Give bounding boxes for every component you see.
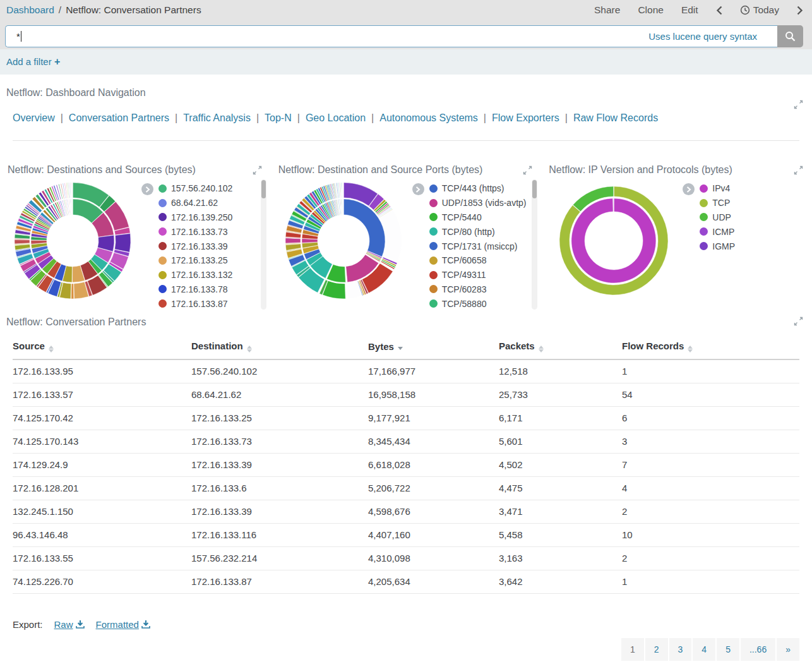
legend-expand-icon[interactable] — [412, 183, 424, 195]
table-cell: 25,733 — [499, 383, 622, 406]
legend-item[interactable]: 172.16.133.78 — [158, 282, 232, 297]
expand-panel-icon[interactable] — [794, 166, 803, 178]
legend-item[interactable]: TCP/80 (http) — [429, 224, 527, 239]
chart-title: Netflow: Destination and Source Ports (b… — [278, 163, 483, 177]
expand-panel-icon[interactable] — [794, 316, 803, 328]
legend-item[interactable]: 172.16.133.25 — [158, 253, 232, 268]
time-label: Today — [753, 4, 779, 16]
table-cell: 4,598,676 — [368, 500, 499, 523]
legend-item[interactable]: 172.16.133.87 — [158, 296, 232, 311]
breadcrumb-separator: / — [59, 4, 61, 16]
legend-expand-icon[interactable] — [683, 183, 695, 195]
legend-item[interactable]: UDP — [700, 210, 735, 225]
sort-asc-icon — [688, 346, 693, 349]
scrollbar-thumb[interactable] — [532, 180, 537, 198]
lucene-syntax-link[interactable]: Uses lucene query syntax — [648, 31, 757, 42]
time-forward-icon[interactable] — [797, 6, 803, 15]
legend-item[interactable]: 172.16.133.132 — [158, 268, 232, 282]
sunburst-segment[interactable] — [285, 238, 301, 243]
legend-item[interactable]: 157.56.240.102 — [158, 181, 232, 196]
column-header-source[interactable]: Source — [13, 335, 191, 359]
search-button[interactable] — [777, 25, 803, 47]
sunburst-segment[interactable] — [115, 234, 131, 253]
sunburst-chart — [541, 178, 686, 310]
legend-item[interactable]: TCP/60283 — [429, 282, 527, 297]
legend-expand-icon[interactable] — [141, 183, 153, 195]
breadcrumb-dashboard-link[interactable]: Dashboard — [6, 4, 54, 16]
page-button-66[interactable]: ...66 — [741, 638, 775, 661]
table-cell: 157.56.240.102 — [191, 359, 368, 383]
sunburst-segment[interactable] — [302, 239, 318, 243]
share-button[interactable]: Share — [594, 4, 620, 16]
legend-item[interactable]: ICMP — [700, 224, 735, 239]
legend-item[interactable]: 172.16.133.39 — [158, 239, 232, 253]
sunburst-segment[interactable] — [15, 239, 30, 244]
legend-item[interactable]: IGMP — [700, 239, 735, 253]
legend-color-dot — [158, 299, 167, 308]
search-input[interactable]: * Uses lucene query syntax — [5, 25, 777, 47]
legend-color-dot — [429, 184, 438, 193]
table-cell: 172.16.128.201 — [13, 476, 191, 500]
legend-item[interactable]: IPv4 — [700, 181, 735, 196]
page-button-4[interactable]: 4 — [693, 638, 715, 661]
expand-panel-icon[interactable] — [253, 166, 262, 178]
nav-link-top-n[interactable]: Top-N — [265, 112, 292, 123]
table-cell: 96.43.146.48 — [13, 523, 191, 546]
page-button-1[interactable]: 1 — [621, 638, 644, 661]
clock-icon — [740, 5, 750, 15]
add-filter-button[interactable]: Add a filter + — [6, 56, 60, 68]
clone-button[interactable]: Clone — [638, 4, 664, 16]
scrollbar-thumb[interactable] — [261, 180, 266, 198]
nav-link-raw-flow-records[interactable]: Raw Flow Records — [573, 112, 658, 123]
legend-scrollbar[interactable] — [532, 179, 537, 310]
table-cell: 68.64.21.62 — [191, 383, 368, 406]
table-cell: 12,518 — [499, 359, 622, 383]
export-raw-link[interactable]: Raw — [54, 619, 85, 630]
legend-item[interactable]: TCP/49311 — [429, 268, 527, 282]
legend-item[interactable]: TCP/60658 — [429, 253, 527, 268]
page-button-2[interactable]: 2 — [645, 638, 668, 661]
time-back-icon[interactable] — [716, 6, 722, 15]
legend-item[interactable]: 172.16.133.73 — [158, 224, 232, 239]
legend-color-dot — [158, 242, 167, 250]
table-cell: 3 — [622, 430, 799, 453]
download-icon — [76, 620, 85, 629]
expand-panel-icon[interactable] — [794, 100, 803, 112]
nav-link-autonomous-systems[interactable]: Autonomous Systems — [379, 112, 478, 123]
legend-item[interactable]: 172.16.139.250 — [158, 210, 232, 225]
table-cell: 132.245.1.150 — [13, 500, 191, 523]
legend-item[interactable]: TCP/5440 — [429, 210, 527, 225]
column-header-flow-records[interactable]: Flow Records — [622, 335, 799, 359]
legend-item[interactable]: TCP/58880 — [429, 296, 527, 311]
legend-item[interactable]: UDP/1853 (vids-avtp) — [429, 196, 527, 210]
nav-link-geo-location[interactable]: Geo Location — [306, 112, 366, 123]
time-picker[interactable]: Today — [740, 4, 779, 16]
page-button-next[interactable]: » — [777, 638, 799, 661]
legend-color-dot — [158, 271, 167, 279]
legend-item[interactable]: 68.64.21.62 — [158, 196, 232, 210]
legend-item[interactable]: TCP/443 (https) — [429, 181, 527, 196]
legend-scrollbar[interactable] — [261, 179, 266, 310]
table-row: 174.129.24.9172.16.133.396,618,0284,5027 — [13, 453, 799, 476]
nav-link-overview[interactable]: Overview — [13, 112, 55, 123]
dashboard-nav-links: Overview|Conversation Partners|Traffic A… — [13, 111, 812, 126]
nav-link-flow-exporters[interactable]: Flow Exporters — [492, 112, 559, 123]
table-cell: 17,166,977 — [368, 359, 499, 383]
column-header-destination[interactable]: Destination — [191, 335, 368, 359]
page-button-3[interactable]: 3 — [669, 638, 692, 661]
column-header-packets[interactable]: Packets — [499, 335, 622, 359]
legend-item[interactable]: TCP/1731 (msiccp) — [429, 239, 527, 253]
nav-link-conversation-partners[interactable]: Conversation Partners — [69, 112, 169, 123]
top-navbar: Dashboard / Netflow: Conversation Partne… — [0, 0, 812, 25]
expand-panel-icon[interactable] — [523, 166, 532, 178]
chart-panel-2: Netflow: IP Version and Protocols (bytes… — [541, 159, 812, 311]
column-header-bytes[interactable]: Bytes — [368, 335, 499, 359]
export-formatted-link[interactable]: Formatted — [96, 619, 150, 630]
page-button-5[interactable]: 5 — [717, 638, 739, 661]
legend-item[interactable]: TCP — [700, 196, 735, 210]
sunburst-segment[interactable] — [71, 284, 74, 299]
table-cell: 172.16.133.95 — [13, 359, 191, 383]
nav-link-separator: | — [565, 112, 568, 123]
nav-link-traffic-analysis[interactable]: Traffic Analysis — [183, 112, 251, 123]
edit-button[interactable]: Edit — [681, 4, 698, 16]
